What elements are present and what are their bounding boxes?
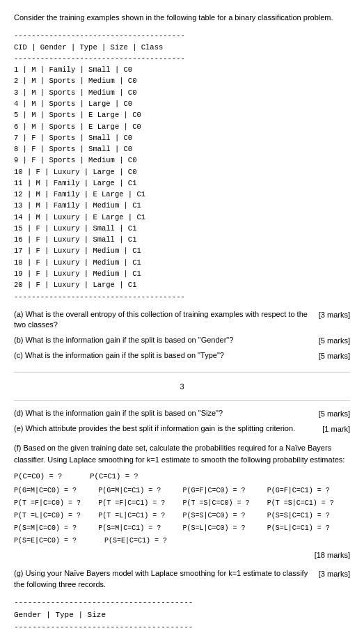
table-divider-bot: ---------------------------------------: [14, 291, 350, 302]
table-row: 12 | M | Family | E Large | C1: [14, 189, 350, 200]
question-f-marks: [18 marks]: [14, 549, 350, 562]
questions-abc: (a) What is the overall entropy of this …: [14, 309, 350, 362]
question-e-text: (e) Which attribute provides the best sp…: [14, 423, 317, 434]
question-f-intro: (f) Based on the given training date set…: [14, 442, 350, 467]
table-row: 7 | F | Sports | Small | C0: [14, 132, 350, 143]
prob-slc1: P(S=L|C=C1) = ?: [267, 523, 350, 534]
prob-row-3: P(T =L|C=C0) = ? P(T =L|C=C1) = ? P(S=S|…: [14, 510, 350, 522]
question-d-row: (d) What is the information gain if the …: [14, 408, 350, 420]
table-row: 2 | M | Sports | Medium | C0: [14, 75, 350, 86]
table-row: 1 | M | Family | Small | C0: [14, 64, 350, 75]
prob-smc1: P(S=M|C=C1) = ?: [98, 523, 181, 534]
prob-tlc1: P(T =L|C=C1) = ?: [98, 510, 181, 522]
prob-ssc0: P(S=S|C=C0) = ?: [183, 510, 266, 522]
table-row: 3 | M | Sports | Medium | C0: [14, 87, 350, 98]
prob-sec1: P(S=E|C=C1) = ?: [104, 536, 167, 547]
table-divider-top: ---------------------------------------: [14, 30, 350, 41]
bottom-header: Gender | Type | Size: [14, 609, 350, 622]
question-e-marks: [1 mark]: [322, 423, 350, 435]
question-c-marks: [5 marks]: [319, 350, 350, 362]
prob-smc0: P(S=M|C=C0) = ?: [14, 523, 97, 534]
table-row: 8 | F | Sports | Small | C0: [14, 143, 350, 155]
prob-gfc1: P(G=F|C=C1) = ?: [267, 485, 350, 497]
table-row: 19 | F | Luxury | Medium | C1: [14, 268, 350, 279]
prob-row-2: P(T =F|C=C0) = ? P(T =F|C=C1) = ? P(T =S…: [14, 498, 350, 509]
page: Consider the training examples shown in …: [0, 0, 364, 633]
bottom-table: --------------------------------------- …: [14, 597, 350, 633]
table-divider-mid: ---------------------------------------: [14, 53, 350, 64]
table-row: 4 | M | Sports | Large | C0: [14, 98, 350, 109]
prob-row-5: P(S=E|C=C0) = ? P(S=E|C=C1) = ?: [14, 536, 350, 547]
prob-gfc0: P(G=F|C=C0) = ?: [183, 485, 266, 497]
question-g-marks: [3 marks]: [319, 568, 350, 580]
question-c-row: (c) What is the information gain if the …: [14, 350, 350, 362]
page-divider-2: [14, 400, 350, 401]
table-row: 13 | M | Family | Medium | C1: [14, 200, 350, 211]
table-row: 18 | F | Luxury | Medium | C1: [14, 257, 350, 268]
prob-row-cc: P(C=C0) = ? P(C=C1) = ?: [14, 471, 350, 483]
bottom-divider-top: ---------------------------------------: [14, 597, 350, 609]
prob-sec0: P(S=E|C=C0) = ?: [14, 536, 77, 547]
intro-text: Consider the training examples shown in …: [14, 13, 333, 22]
prob-tlc0: P(T =L|C=C0) = ?: [14, 510, 97, 522]
question-c-text: (c) What is the information gain if the …: [14, 350, 313, 361]
question-d-text: (d) What is the information gain if the …: [14, 408, 313, 419]
prob-row-g: P(G=M|C=C0) = ? P(G=M|C=C1) = ? P(G=F|C=…: [14, 485, 350, 497]
bottom-divider-mid: ---------------------------------------: [14, 621, 350, 633]
table-header: CID | Gender | Type | Size | Class: [14, 42, 350, 53]
intro-section: Consider the training examples shown in …: [14, 13, 350, 23]
question-a-text: (a) What is the overall entropy of this …: [14, 309, 313, 331]
prob-cc0: P(C=C0) = ?: [14, 471, 62, 483]
prob-gmc1: P(G=M|C=C1) = ?: [98, 485, 181, 497]
table-row: 9 | F | Sports | Medium | C0: [14, 155, 350, 166]
prob-tfc1: P(T =F|C=C1) = ?: [98, 498, 181, 509]
data-table: --------------------------------------- …: [14, 30, 350, 302]
table-row: 5 | M | Sports | E Large | C0: [14, 109, 350, 120]
questions-de: (d) What is the information gain if the …: [14, 408, 350, 435]
question-d-marks: [5 marks]: [319, 408, 350, 420]
prob-tfc0: P(T =F|C=C0) = ?: [14, 498, 97, 509]
prob-ssc1: P(S=S|C=C1) = ?: [267, 510, 350, 522]
question-g-section: (g) Using your Naïve Bayers model with L…: [14, 568, 350, 590]
table-row: 6 | M | Sports | E Large | C0: [14, 121, 350, 132]
prob-gmc0: P(G=M|C=C0) = ?: [14, 485, 97, 497]
table-row: 17 | F | Luxury | Medium | C1: [14, 245, 350, 256]
page-number: 3: [14, 382, 350, 391]
prob-slc0: P(S=L|C=C0) = ?: [183, 523, 266, 534]
prob-row-4: P(S=M|C=C0) = ? P(S=M|C=C1) = ? P(S=L|C=…: [14, 523, 350, 534]
question-e-row: (e) Which attribute provides the best sp…: [14, 423, 350, 435]
table-row: 10 | F | Luxury | Large | C0: [14, 166, 350, 178]
prob-tsc1: P(T =S|C=C1) = ?: [267, 498, 350, 509]
table-row: 20 | F | Luxury | Large | C1: [14, 279, 350, 290]
question-b-text: (b) What is the information gain if the …: [14, 335, 313, 345]
prob-tsc0: P(T =S|C=C0) = ?: [183, 498, 266, 509]
question-g-text: (g) Using your Naïve Bayers model with L…: [14, 568, 313, 590]
question-b-marks: [5 marks]: [319, 335, 350, 347]
prob-cc1: P(C=C1) = ?: [90, 471, 138, 483]
table-row: 11 | M | Family | Large | C1: [14, 178, 350, 189]
table-row: 14 | M | Luxury | E Large | C1: [14, 212, 350, 223]
question-a-row: (a) What is the overall entropy of this …: [14, 309, 350, 331]
question-g-row: (g) Using your Naïve Bayers model with L…: [14, 568, 350, 590]
question-f-section: (f) Based on the given training date set…: [14, 442, 350, 562]
table-row: 15 | F | Luxury | Small | C1: [14, 223, 350, 234]
table-row: 16 | F | Luxury | Small | C1: [14, 234, 350, 245]
question-a-marks: [3 marks]: [319, 309, 350, 321]
page-divider: [14, 372, 350, 373]
question-b-row: (b) What is the information gain if the …: [14, 335, 350, 347]
